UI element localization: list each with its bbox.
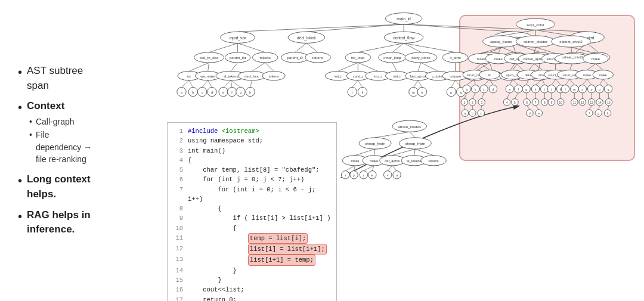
- code-line-10: 10 {: [172, 224, 332, 233]
- line-number: 6: [172, 175, 183, 184]
- code-line-3: 3 int main(): [172, 146, 332, 156]
- svg-line-199: [534, 64, 542, 70]
- line-number: 7: [172, 185, 183, 204]
- svg-text:3: 3: [481, 101, 482, 104]
- svg-text:calmet_cluster: calmet_cluster: [524, 39, 547, 44]
- svg-line-229: [513, 79, 519, 85]
- code-line-12: 12 list[i] = list[i+1];: [172, 244, 332, 255]
- svg-text:make: make: [592, 57, 600, 61]
- svg-text:e: e: [538, 112, 540, 115]
- line-number: 15: [172, 275, 183, 285]
- svg-line-61: [189, 63, 209, 71]
- code-text: }: [188, 266, 237, 275]
- svg-text:q: q: [608, 88, 609, 91]
- bullet-dot: •: [18, 209, 22, 224]
- code-line-17: 17 return 0;: [172, 295, 332, 301]
- svg-line-85: [392, 63, 397, 71]
- svg-text:b: b: [475, 88, 476, 91]
- svg-line-31: [306, 43, 318, 52]
- svg-line-256: [587, 79, 592, 85]
- svg-line-259: [600, 79, 603, 85]
- svg-text:struct_rep: struct_rep: [563, 73, 577, 77]
- line-number: 11: [172, 233, 183, 244]
- svg-text:make: make: [477, 57, 485, 61]
- svg-line-82: [358, 63, 378, 71]
- svg-text:param_lst: param_lst: [230, 55, 246, 60]
- svg-line-342: [355, 149, 375, 156]
- code-text: {: [188, 204, 222, 213]
- svg-line-244: [556, 79, 561, 85]
- svg-line-354: [415, 149, 434, 156]
- svg-line-208: [587, 64, 595, 70]
- svg-text:tk: tk: [488, 73, 491, 77]
- svg-line-193: [513, 64, 518, 70]
- code-text: cout<<list;: [188, 285, 244, 294]
- code-text: {: [188, 156, 191, 165]
- svg-text:13: 13: [590, 101, 593, 104]
- line-number: 8: [172, 204, 183, 213]
- svg-text:init_j: init_j: [335, 75, 342, 78]
- bullet-rag: • RAG helps ininference.: [18, 208, 143, 237]
- svg-line-241: [552, 79, 556, 85]
- svg-text:decl_func: decl_func: [244, 75, 259, 78]
- sub-dot: •: [29, 117, 32, 127]
- svg-line-357: [345, 166, 355, 171]
- svg-text:calmet_cntxt3: calmet_cntxt3: [562, 55, 583, 59]
- svg-text:inner_loop: inner_loop: [383, 55, 401, 60]
- svg-line-268: [472, 93, 475, 99]
- svg-line-336: [375, 132, 410, 138]
- code-line-8: 8 {: [172, 204, 332, 213]
- svg-text:above_lnodes: above_lnodes: [398, 125, 421, 129]
- svg-text:z: z: [363, 173, 365, 177]
- svg-text:c: c: [202, 91, 203, 94]
- svg-line-43: [404, 43, 455, 52]
- svg-text:g: g: [240, 91, 242, 94]
- right-panel: main_id input_var decl_block control_flo…: [155, 0, 644, 301]
- svg-line-121: [208, 80, 212, 88]
- code-text: return 0;: [188, 295, 237, 301]
- svg-text:b: b: [472, 112, 473, 115]
- svg-line-133: [250, 80, 252, 88]
- line-number: 4: [172, 156, 183, 165]
- svg-line-28: [295, 43, 306, 52]
- svg-line-319: [527, 105, 530, 110]
- svg-line-345: [374, 149, 375, 156]
- svg-text:14: 14: [598, 101, 602, 104]
- svg-text:2: 2: [472, 101, 473, 104]
- svg-text:b: b: [192, 91, 194, 94]
- svg-text:p: p: [599, 88, 600, 91]
- svg-text:12: 12: [581, 101, 584, 104]
- code-text: char temp, list[8] = "cbafedg";: [188, 165, 320, 175]
- svg-text:expr_cntxt: expr_cntxt: [527, 23, 544, 27]
- svg-text:k: k: [362, 91, 364, 94]
- svg-line-253: [583, 79, 587, 85]
- svg-text:init_i: init_i: [394, 75, 401, 78]
- code-text: }: [188, 275, 222, 285]
- code-text: list[i] = list[i+1];: [188, 244, 327, 255]
- svg-text:call_fn_dec: call_fn_dec: [200, 55, 219, 60]
- code-text: for (int i = 0; i < 6 - j; i++): [188, 185, 332, 204]
- svg-text:10: 10: [559, 101, 563, 104]
- svg-text:h: h: [607, 112, 609, 115]
- svg-line-310: [465, 105, 465, 110]
- svg-text:h: h: [535, 88, 537, 91]
- line-number: 10: [172, 224, 183, 233]
- svg-text:decl_block: decl_block: [297, 36, 316, 41]
- sub-bullet-callgraph: • Call-graph: [29, 116, 143, 128]
- svg-text:cheap_fnctn: cheap_fnctn: [365, 141, 386, 145]
- sub-bullet-list: • Call-graph • Filedependency →file re-r…: [29, 116, 143, 165]
- code-text: {: [188, 224, 237, 233]
- svg-text:y: y: [353, 173, 355, 177]
- line-number: 2: [172, 136, 183, 145]
- svg-text:z_token: z_token: [432, 75, 444, 78]
- svg-text:for_loop: for_loop: [351, 55, 365, 60]
- svg-text:if_stmt: if_stmt: [450, 55, 461, 60]
- svg-text:j: j: [550, 88, 552, 91]
- svg-text:d: d: [493, 88, 494, 91]
- svg-text:tokens: tokens: [312, 55, 323, 60]
- svg-line-220: [484, 79, 490, 85]
- svg-line-271: [482, 93, 484, 99]
- svg-text:7: 7: [535, 101, 537, 104]
- svg-text:m: m: [412, 91, 415, 94]
- code-text: int main(): [188, 146, 225, 156]
